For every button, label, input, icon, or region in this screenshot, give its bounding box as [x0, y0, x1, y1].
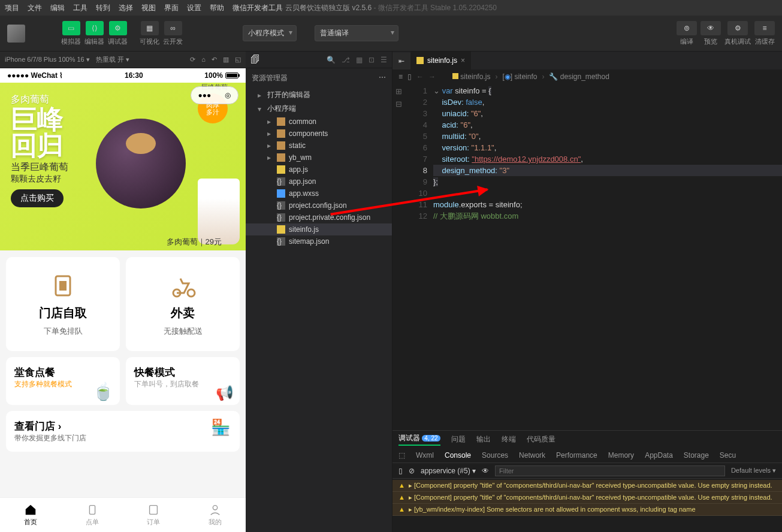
debugger-panel: 调试器 4, 22 问题 输出 终端 代码质量 ⬚ Wxml Console S…: [392, 430, 782, 532]
pickup-card[interactable]: 门店自取 下单免排队: [6, 257, 120, 351]
tree-section[interactable]: ▸打开的编辑器: [246, 88, 392, 102]
code-editor[interactable]: ⊞⊟ 123456789101112 ⌄ var siteinfo = { is…: [392, 84, 782, 430]
search-icon[interactable]: 🔍: [327, 56, 336, 64]
device-select[interactable]: iPhone 6/7/8 Plus 100% 16 ▾: [5, 56, 90, 64]
robot-icon[interactable]: ⊡: [369, 56, 375, 64]
tree-file[interactable]: {}project.config.json: [246, 200, 392, 211]
device-debug-button[interactable]: ⚙真机调试: [724, 21, 751, 46]
menu-item[interactable]: 文件: [28, 3, 42, 13]
back-icon[interactable]: ↶: [212, 56, 217, 64]
fastfood-card[interactable]: 快餐模式 下单叫号，到店取餐 📢: [126, 357, 240, 405]
code-content[interactable]: ⌄ var siteinfo = { isDev: false, uniacid…: [433, 84, 782, 430]
performance-tab[interactable]: Performance: [556, 451, 597, 460]
buy-button[interactable]: 点击购买: [11, 189, 64, 207]
compile-select[interactable]: 普通编译: [315, 25, 398, 41]
tab-orders[interactable]: 订单: [123, 498, 185, 532]
clear-icon[interactable]: ⊘: [409, 467, 415, 475]
close-icon[interactable]: ×: [461, 56, 465, 65]
tree-file[interactable]: {}app.json: [246, 176, 392, 188]
tree-folder[interactable]: ▸static: [246, 140, 392, 152]
debugger-button[interactable]: ⚙调试器: [108, 21, 128, 46]
tab-order[interactable]: 点单: [62, 498, 123, 532]
battery-label: 100%: [204, 71, 238, 80]
output-tab[interactable]: 输出: [476, 434, 491, 445]
clear-cache-button[interactable]: ≡清缓存: [754, 21, 775, 46]
delivery-card[interactable]: 外卖 无接触配送: [126, 257, 240, 351]
menu-item[interactable]: 微信开发者工具: [233, 3, 283, 13]
network-tab[interactable]: Network: [519, 451, 545, 460]
line-numbers: 123456789101112: [404, 84, 433, 430]
tab-home[interactable]: 首页: [0, 498, 62, 532]
stores-card[interactable]: 查看门店 › 带你发掘更多线下门店 🏪: [6, 411, 240, 452]
menu-item[interactable]: 编辑: [50, 3, 65, 13]
menu-item[interactable]: 工具: [73, 3, 87, 13]
console-tab[interactable]: Console: [445, 451, 471, 460]
compile-button[interactable]: ⊚编译: [677, 21, 697, 46]
eye-icon[interactable]: 👁: [482, 467, 489, 475]
project-avatar: [7, 25, 25, 43]
simulator-button[interactable]: ▭模拟器: [61, 21, 81, 46]
filter-input[interactable]: [495, 466, 725, 476]
cup-image: [198, 179, 240, 244]
split-icon[interactable]: ▥: [223, 56, 229, 64]
context-select[interactable]: appservice (#5) ▾: [421, 467, 476, 475]
branch-icon[interactable]: ⎇: [342, 56, 350, 64]
inspect-icon[interactable]: ⬚: [398, 451, 405, 460]
refresh-icon[interactable]: ⟳: [190, 56, 195, 64]
cloud-button[interactable]: ∞云开发: [163, 21, 183, 46]
tree-folder[interactable]: ▸components: [246, 128, 392, 140]
console-output[interactable]: ▲▸ [Component] property "title" of "comp…: [392, 479, 782, 532]
tab-mine[interactable]: 我的: [185, 498, 246, 532]
quality-tab[interactable]: 代码质量: [527, 434, 555, 445]
terminal-tab[interactable]: 终端: [502, 434, 516, 445]
menu-item[interactable]: 转到: [96, 3, 110, 13]
menu-item[interactable]: 界面: [164, 3, 179, 13]
menu-item[interactable]: 帮助: [210, 3, 224, 13]
hot-reload-toggle[interactable]: 热重载 开 ▾: [96, 55, 129, 64]
problems-tab[interactable]: 问题: [451, 434, 466, 445]
capsule-button[interactable]: ●●●◎: [191, 86, 238, 104]
dinein-card[interactable]: 堂食点餐 支持多种就餐模式 🍵: [6, 357, 120, 405]
tree-file[interactable]: {}project.private.config.json: [246, 211, 392, 223]
tree-file[interactable]: app.js: [246, 164, 392, 176]
storage-tab[interactable]: Storage: [684, 451, 709, 460]
files-icon[interactable]: 🗐: [250, 55, 260, 65]
levels-select[interactable]: Default levels ▾: [731, 467, 776, 474]
tree-folder[interactable]: ▸yb_wm: [246, 152, 392, 164]
popout-icon[interactable]: ◱: [235, 56, 241, 64]
debugger-tab[interactable]: 调试器 4, 22: [398, 433, 440, 446]
more-icon[interactable]: ☰: [381, 56, 387, 64]
carrier-label: ●●●●● WeChat ⌇: [7, 71, 63, 80]
menu-item[interactable]: 设置: [187, 3, 201, 13]
sidebar-icon[interactable]: ▯: [398, 467, 403, 475]
tree-file[interactable]: app.wxss: [246, 188, 392, 200]
bookmark-icon[interactable]: ▯: [407, 72, 412, 81]
more-icon[interactable]: ⋯: [379, 73, 386, 83]
preview-button[interactable]: 👁预览: [701, 21, 721, 46]
menu-item[interactable]: 选择: [119, 3, 133, 13]
editor-tab[interactable]: siteinfo.js×: [410, 52, 471, 69]
expand-icon[interactable]: ⇤: [392, 53, 410, 69]
expand-icon[interactable]: ≡: [398, 72, 403, 81]
banner[interactable]: 多肉葡萄 巨峰 回归 当季巨峰葡萄 颗颗去皮去籽 点击购买 肉厚多汁 巨峰葡萄 …: [0, 83, 246, 250]
breadcrumb[interactable]: ≡ ▯ ←→ siteinfo.js ›[◉] siteinfo ›🔧 desi…: [392, 69, 782, 84]
tree-section[interactable]: ▾小程序端: [246, 102, 392, 116]
visual-button[interactable]: ▦可视化: [140, 21, 159, 46]
log-warning: ▲▸ [yb_wm/index/my-index] Some selectors…: [392, 504, 782, 516]
security-tab[interactable]: Secu: [720, 451, 736, 460]
menu-item[interactable]: 项目: [5, 3, 19, 13]
memory-tab[interactable]: Memory: [608, 451, 634, 460]
log-warning: ▲▸ [Component] property "title" of "comp…: [392, 480, 782, 492]
menu-item[interactable]: 视图: [141, 3, 156, 13]
sources-tab[interactable]: Sources: [482, 451, 508, 460]
home-icon[interactable]: ⌂: [201, 56, 206, 64]
tree-folder[interactable]: ▸common: [246, 116, 392, 128]
editor-button[interactable]: ⟨⟩编辑器: [84, 21, 104, 46]
ext-icon[interactable]: ▦: [356, 56, 363, 64]
mode-select[interactable]: 小程序模式: [243, 25, 297, 41]
appdata-tab[interactable]: AppData: [645, 451, 673, 460]
menu-bar: 项目 文件 编辑 工具 转到 选择 视图 界面 设置 帮助 微信开发者工具: [0, 0, 782, 16]
time-label: 16:30: [125, 71, 143, 80]
wxml-tab[interactable]: Wxml: [416, 451, 434, 460]
tree-file[interactable]: {}sitemap.json: [246, 235, 392, 247]
